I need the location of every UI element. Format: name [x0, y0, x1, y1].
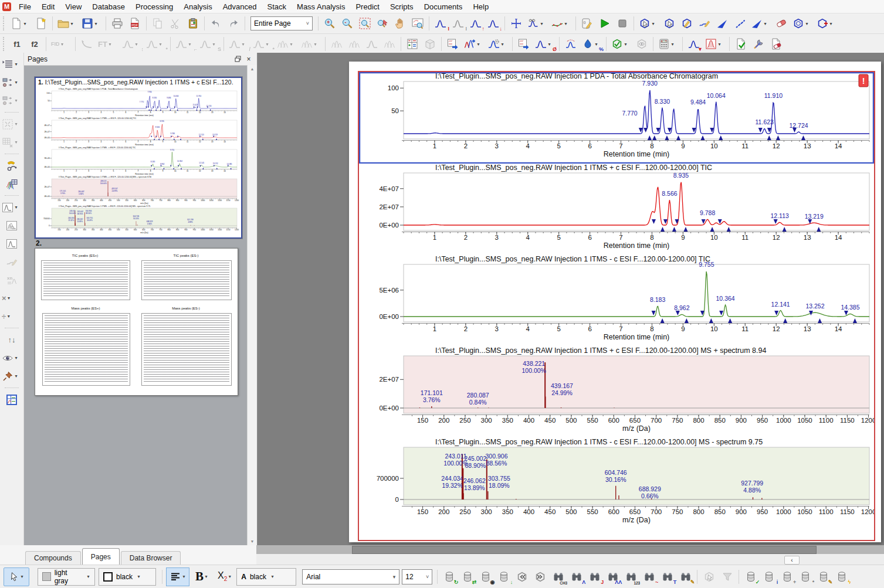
search-curve[interactable]: ~ [641, 568, 658, 585]
distribute-objects-dropdown-icon[interactable]: ▾ [14, 98, 18, 103]
multiplet-tools-dropdown-icon[interactable]: ▾ [313, 42, 317, 47]
pane-layout-dropdown-icon[interactable]: ▾ [14, 205, 18, 210]
scroll-down-icon[interactable]: ▼ [250, 539, 255, 543]
crosshair-tool[interactable] [508, 15, 524, 32]
fourier-transform-dropdown-icon[interactable]: ▾ [108, 42, 112, 47]
chart-pane-2[interactable]: I:\Test_Plugin...SMS_pos_neg.RAW Injecti… [359, 164, 874, 255]
menu-help[interactable]: Help [468, 1, 494, 12]
zoom-select-arrow-icon[interactable]: ˅ [306, 21, 309, 26]
single-pane[interactable] [4, 235, 21, 252]
previous-hit[interactable] [513, 568, 530, 585]
db-edit-record[interactable]: ✎ [815, 568, 832, 585]
font-color-dropdown-icon[interactable]: ▾ [270, 574, 275, 579]
scroll-up-icon[interactable]: ▲ [250, 67, 255, 71]
outline-color-select-dropdown-icon[interactable]: ▾ [137, 574, 141, 579]
customize-tools[interactable] [750, 36, 767, 52]
font-family-arrow-icon[interactable]: ▾ [393, 574, 396, 580]
menu-database[interactable]: Database [87, 1, 130, 12]
fit-table-dropdown-icon[interactable]: ▾ [14, 140, 18, 145]
edit-macro[interactable]: {} [579, 15, 595, 32]
percent-report-dropdown-icon[interactable]: ▾ [594, 42, 598, 47]
save-document[interactable]: ▾ [80, 15, 103, 32]
add-trace[interactable]: ▾ [462, 36, 485, 52]
pin-object[interactable]: ▾ [0, 368, 23, 385]
validate-document[interactable] [733, 36, 749, 52]
tab-compounds[interactable]: Compounds [25, 551, 81, 565]
tab-pages[interactable]: Pages [82, 548, 120, 565]
baseline-tool[interactable]: ▾ [550, 15, 573, 32]
stack-plot-2[interactable] [346, 36, 363, 52]
phase-correction[interactable]: ↕▾ [120, 36, 143, 52]
db-info[interactable]: i [760, 568, 777, 585]
f1[interactable]: f1 [9, 36, 25, 52]
arrange-objects[interactable]: ▾ [0, 74, 23, 91]
subscript-dropdown-icon[interactable]: ▾ [228, 574, 232, 579]
pan-tool[interactable] [392, 15, 408, 32]
copy[interactable] [150, 15, 166, 32]
filter-results[interactable] [719, 568, 736, 585]
peak-region-dropdown-icon[interactable]: ▾ [717, 42, 722, 47]
bold-dropdown-icon[interactable]: ▾ [204, 574, 208, 579]
font-color-select[interactable]: Ablack▾ [236, 568, 296, 586]
visibility-options-dropdown-icon[interactable]: ▾ [14, 355, 18, 361]
open-document[interactable]: ▾ [56, 15, 79, 32]
process-trace[interactable]: ▾ [486, 36, 509, 52]
calibration-dropdown-icon[interactable]: ▾ [188, 42, 192, 47]
table-editor[interactable] [4, 391, 21, 408]
window-function[interactable] [79, 36, 95, 52]
fill-color-select[interactable]: light gray▾ [38, 568, 95, 586]
structure-view[interactable] [634, 36, 650, 52]
processing-setup[interactable]: *▾ [251, 36, 274, 52]
exclude-peaks[interactable]: Ø▾ [533, 36, 556, 52]
cut[interactable] [167, 15, 184, 32]
align-objects-dropdown-icon[interactable]: ▾ [14, 62, 18, 67]
stacked-panes[interactable] [4, 217, 21, 234]
stop-macro[interactable] [614, 15, 631, 32]
db-view-record[interactable]: ◉ [477, 568, 494, 585]
db-quick-search[interactable]: ϟ [833, 568, 850, 585]
zoom-level-select[interactable]: Entire Page˅ [250, 16, 313, 30]
fit-objects-dropdown-icon[interactable]: ▾ [14, 121, 18, 127]
increase-intensity[interactable]: ↑ [468, 15, 484, 32]
font-size-arrow-icon[interactable]: ˅ [426, 574, 429, 580]
exclude-peaks-dropdown-icon[interactable]: ▾ [547, 42, 551, 47]
delete-object-dropdown-icon[interactable]: ▾ [7, 295, 11, 301]
ring-template-dropdown-icon[interactable]: ▾ [805, 21, 809, 26]
horizontal-scrollbar[interactable] [256, 545, 884, 554]
multiplet-analysis[interactable]: ▾ [275, 36, 298, 52]
process-trace-dropdown-icon[interactable]: ▾ [500, 42, 504, 47]
select-structure-dropdown-icon[interactable]: ▾ [651, 21, 655, 26]
decrease-intensity[interactable]: ↓ [485, 15, 502, 32]
send-table[interactable] [516, 36, 532, 52]
peak-table-report[interactable] [4, 175, 21, 192]
wedge-bond[interactable] [714, 15, 730, 32]
stack-plot-4[interactable] [381, 36, 398, 52]
annotate-peak[interactable]: ▼ [686, 36, 702, 52]
calculator[interactable]: ▾ [656, 36, 679, 52]
db-validate[interactable]: ✓ [742, 568, 759, 585]
f2[interactable]: f2 [26, 36, 43, 52]
zoom-out[interactable]: - [339, 15, 355, 32]
search-values[interactable]: 123 [622, 568, 639, 585]
erase-structure[interactable] [773, 15, 790, 32]
split-object-dropdown-icon[interactable]: ▾ [6, 314, 11, 319]
split-object[interactable]: ÷▾ [0, 308, 23, 325]
page-thumbnail-1[interactable]: 1. I:\Test_Plugin...SMS_pos_neg.RAW Inje… [35, 77, 242, 239]
calculator-dropdown-icon[interactable]: ▾ [670, 42, 675, 47]
peak-timing[interactable] [563, 36, 579, 52]
pointer-tool[interactable]: ▾ [4, 567, 29, 586]
verify-structure[interactable]: ▾ [609, 36, 632, 52]
visibility-options[interactable]: ▾ [0, 349, 23, 366]
fill-color-select-dropdown-icon[interactable]: ▾ [86, 574, 90, 579]
delete-object[interactable]: ×▾ [0, 290, 23, 307]
zoom-pointer[interactable] [374, 15, 391, 32]
integration-dropdown-icon[interactable]: ▾ [212, 42, 216, 47]
draw-chain[interactable] [696, 15, 713, 32]
zoom-region[interactable] [357, 15, 373, 32]
setup-layout[interactable] [404, 36, 421, 52]
menu-predict[interactable]: Predict [350, 1, 384, 12]
cut-peaks[interactable]: ▾ [526, 15, 548, 32]
search-coupling[interactable]: J [586, 568, 603, 585]
font-size-select[interactable]: 12˅ [402, 569, 432, 584]
chart-pane-1[interactable]: I:\Test_Plugin...SMS_pos_neg.RAW Injecti… [359, 72, 874, 164]
